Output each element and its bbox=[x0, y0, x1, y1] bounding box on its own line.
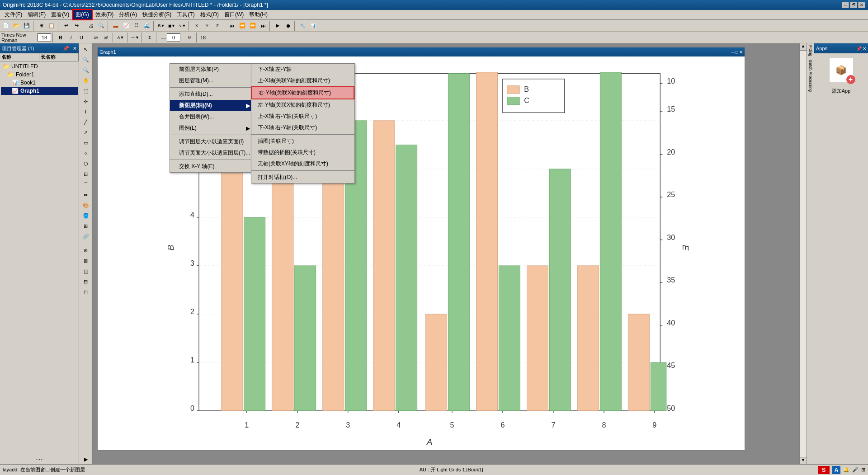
tool-select[interactable]: ⬚ bbox=[80, 86, 92, 96]
menu-layer-manager[interactable]: 图层管理(M)... bbox=[170, 75, 259, 86]
menu-fit-page-to-layer[interactable]: 调节页面大小以适应图层(T)... bbox=[170, 147, 259, 159]
tool-zoom-in[interactable]: 🔍 bbox=[80, 55, 92, 65]
tb-b3[interactable]: ∿▼ bbox=[177, 21, 187, 31]
menu-swap-xy[interactable]: 交换 X-Y 轴(E) bbox=[170, 161, 259, 172]
tool-table[interactable]: ⊞ bbox=[80, 221, 92, 231]
tree-item-folder1[interactable]: 📁 Folder1 bbox=[1, 71, 78, 79]
tb-y[interactable]: Y bbox=[202, 21, 212, 31]
tb-line[interactable]: 📈 bbox=[121, 21, 131, 31]
tb-b2[interactable]: ◼▼ bbox=[167, 21, 177, 31]
menu-format[interactable]: 格式(O) bbox=[198, 10, 222, 19]
submenu-no-axis[interactable]: 无轴(关联XY轴的刻度和尺寸) bbox=[251, 158, 354, 169]
tool-text[interactable]: T bbox=[80, 107, 92, 117]
graph-win-min[interactable]: ─ bbox=[731, 50, 735, 55]
menu-graph[interactable]: 图(G) bbox=[72, 9, 92, 20]
submenu-bottom-left[interactable]: 下-X轴 左-Y轴 bbox=[251, 64, 354, 75]
menu-quick[interactable]: 快捷分析(S) bbox=[140, 10, 174, 19]
tree-item-graph1[interactable]: 📈 Graph1 bbox=[1, 87, 78, 95]
proj-close[interactable]: ✕ bbox=[73, 46, 77, 52]
graph-win-max[interactable]: □ bbox=[736, 50, 738, 55]
tb2-bold[interactable]: B bbox=[56, 33, 66, 42]
tb-copy[interactable]: ⊞ bbox=[36, 21, 46, 31]
tree-item-book1[interactable]: 📊 Book1 bbox=[1, 79, 78, 87]
tool-more4[interactable]: ⊟ bbox=[80, 277, 92, 287]
tb2-color[interactable]: A▼ bbox=[116, 33, 126, 42]
menu-effect[interactable]: 效果(D) bbox=[93, 10, 117, 19]
tb-extra1[interactable]: 🔧 bbox=[297, 21, 307, 31]
submenu-inset-data[interactable]: 带数据的插图(关联尺寸) bbox=[251, 147, 354, 158]
tb2-extra1[interactable]: Σ bbox=[145, 33, 155, 42]
submenu-open-dialog[interactable]: 打开对话框(O)... bbox=[251, 172, 354, 183]
tool-data[interactable]: ⊹ bbox=[80, 96, 92, 106]
submenu-left-linked-x[interactable]: 左-Y轴(关联X轴的刻度和尺寸) bbox=[251, 99, 354, 111]
tb2-m1[interactable]: M bbox=[185, 33, 195, 42]
tool-curve[interactable]: ⌒ bbox=[80, 179, 92, 189]
tb2-line1[interactable]: —▼ bbox=[130, 33, 140, 42]
tb-save[interactable]: 💾 bbox=[22, 21, 32, 31]
tb2-linewidth[interactable] bbox=[167, 33, 180, 42]
tb-redo[interactable]: ↪ bbox=[71, 21, 81, 31]
tool-more3[interactable]: ◫ bbox=[80, 266, 92, 276]
tb-nav4[interactable]: ⏭ bbox=[258, 21, 268, 31]
menu-edit[interactable]: 编辑(E) bbox=[25, 10, 48, 19]
menu-merge[interactable]: 合并图表(W)... bbox=[170, 111, 259, 122]
tool-line[interactable]: ╱ bbox=[80, 117, 92, 127]
menu-add-line[interactable]: 添加直线(D)... bbox=[170, 89, 259, 100]
menu-analysis[interactable]: 分析(A) bbox=[116, 10, 140, 19]
tool-more5[interactable]: ◻ bbox=[80, 287, 92, 297]
tb2-font[interactable]: Times New Roman bbox=[1, 33, 37, 42]
submenu-right-linked-x[interactable]: 右-Y轴(关联X轴的刻度和尺寸) bbox=[251, 86, 354, 99]
tool-arrow2[interactable]: ↗ bbox=[80, 127, 92, 137]
tb2-super[interactable]: xa bbox=[91, 33, 101, 42]
tool-zoom-out[interactable]: 🔍 bbox=[80, 65, 92, 75]
tb-nav2[interactable]: ⏪ bbox=[237, 21, 247, 31]
tb2-fontsize[interactable] bbox=[38, 33, 51, 42]
tb-scatter[interactable]: ⠿ bbox=[132, 21, 142, 31]
tool-region[interactable]: ⊡ bbox=[80, 169, 92, 179]
close-button[interactable]: ✕ bbox=[858, 2, 865, 8]
graph-win-close[interactable]: ✕ bbox=[739, 50, 743, 55]
submenu-bottom-right-linked[interactable]: 下-X轴 右-Y轴(关联尺寸) bbox=[251, 122, 354, 133]
tool-color[interactable]: 🎨 bbox=[80, 200, 92, 210]
tool-poly[interactable]: ⬡ bbox=[80, 159, 92, 169]
tb-print[interactable]: 🖨 bbox=[86, 21, 96, 31]
menu-new-layer[interactable]: 新图层(轴)(N) ▶ bbox=[170, 100, 259, 111]
tool-circle[interactable]: ○ bbox=[80, 148, 92, 158]
tb-new[interactable]: 📄 bbox=[1, 21, 11, 31]
menu-fit-layer-to-page[interactable]: 调节图层大小以适应页面(I) bbox=[170, 136, 259, 147]
add-app-label[interactable]: 添加App bbox=[832, 88, 851, 94]
submenu-top-linked-y[interactable]: 上-X轴(关联Y轴的刻度和尺寸) bbox=[251, 75, 354, 86]
minimize-button[interactable]: ─ bbox=[842, 2, 849, 8]
scroll-up[interactable]: ▲ bbox=[800, 43, 807, 51]
tb-b1[interactable]: B▼ bbox=[156, 21, 166, 31]
tb-x2[interactable]: Z bbox=[212, 21, 222, 31]
tool-fill[interactable]: 🪣 bbox=[80, 211, 92, 221]
batch-label[interactable]: Batch Processing bbox=[807, 58, 814, 94]
tool-expand[interactable]: ▶ bbox=[80, 454, 92, 464]
submenu-inset[interactable]: 插图(关联尺寸) bbox=[251, 136, 354, 147]
tree-item-untitled[interactable]: 📁 UNTITLED bbox=[1, 62, 78, 71]
tree-scroll-down[interactable]: ⋯ bbox=[0, 454, 79, 464]
tool-arrow[interactable]: ↖ bbox=[80, 44, 92, 54]
submenu-top-right-linked[interactable]: 上-X轴 右-Y轴(关联尺寸) bbox=[251, 111, 354, 122]
add-app-plus[interactable]: + bbox=[846, 75, 855, 84]
menu-file[interactable]: 文件(F) bbox=[2, 10, 25, 19]
tb-bar[interactable]: ▬ bbox=[111, 21, 121, 31]
tb2-sub[interactable]: xβ bbox=[101, 33, 111, 42]
tb-area[interactable]: 🌊 bbox=[142, 21, 152, 31]
menu-add-to-layer[interactable]: 前图层内添加(P) bbox=[170, 64, 259, 75]
tb-paste[interactable]: 📋 bbox=[47, 21, 57, 31]
scroll-down[interactable]: ▼ bbox=[800, 457, 807, 464]
tb2-underline[interactable]: U bbox=[76, 33, 86, 42]
menu-help[interactable]: 帮助(H) bbox=[246, 10, 270, 19]
tb-open[interactable]: 📂 bbox=[11, 21, 21, 31]
tb-rec[interactable]: ⏺ bbox=[283, 21, 293, 31]
tool-more2[interactable]: ⊠ bbox=[80, 256, 92, 266]
apps-pin[interactable]: 📌 bbox=[856, 46, 862, 51]
menu-view[interactable]: 查看(V) bbox=[48, 10, 72, 19]
restore-button[interactable]: 🗗 bbox=[850, 2, 857, 8]
tb-play[interactable]: ▶ bbox=[273, 21, 283, 31]
tb-zoom[interactable]: 🔍 bbox=[96, 21, 106, 31]
tb-extra2[interactable]: 📊 bbox=[308, 21, 318, 31]
tool-link[interactable]: 🔗 bbox=[80, 231, 92, 241]
